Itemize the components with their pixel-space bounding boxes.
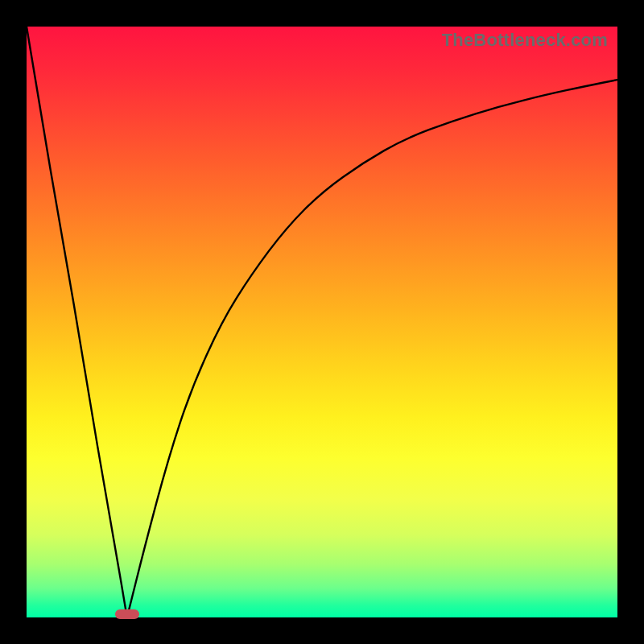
minimum-marker	[115, 609, 139, 619]
bottleneck-curve	[27, 27, 617, 617]
chart-frame: TheBottleneck.com	[0, 0, 644, 644]
curve-path	[27, 27, 617, 617]
plot-area: TheBottleneck.com	[27, 27, 617, 617]
